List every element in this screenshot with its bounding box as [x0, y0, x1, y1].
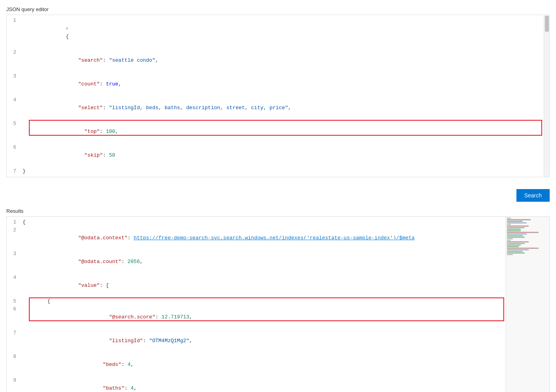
result-line-9: 9 "baths": 4, [7, 377, 506, 392]
query-editor-main[interactable]: 1 ∨ { 2 "search": "seattle condo", [7, 15, 544, 177]
query-line-6: 6 "skip": 50 [7, 144, 544, 167]
results-code-block: 1 { 2 "@odata.context": https://free-dem… [7, 217, 506, 392]
result-line-5: 5 { [7, 297, 506, 305]
editor-label: JSON query editor [0, 4, 556, 15]
query-line-3: 3 "count": true, [7, 72, 544, 96]
results-editor: 1 { 2 "@odata.context": https://free-dem… [7, 217, 549, 392]
collapse-arrow[interactable]: ∨ [66, 27, 68, 31]
page-container: JSON query editor 1 ∨ { 2 [0, 0, 556, 392]
result-line-4: 4 "value": [ [7, 274, 506, 297]
result-line-8: 8 "beds": 4, [7, 353, 506, 377]
scrollbar-thumb[interactable] [545, 16, 549, 32]
results-main[interactable]: 1 { 2 "@odata.context": https://free-dem… [7, 217, 506, 392]
result-line-2: 2 "@odata.context": https://free-demo-se… [7, 226, 506, 250]
results-panel: 1 { 2 "@odata.context": https://free-dem… [6, 216, 550, 392]
search-button-row: Search [0, 185, 556, 206]
query-line-1: 1 ∨ { [7, 17, 544, 49]
minimap-lines [506, 217, 549, 256]
query-line-2: 2 "search": "seattle condo", [7, 49, 544, 72]
highlighted-lines-container: 5 "top": 100, 6 "skip": 50 [7, 120, 544, 167]
results-label: Results [0, 206, 556, 216]
spacer-1 [0, 177, 556, 185]
search-button[interactable]: Search [516, 189, 550, 202]
query-editor-scrollbar[interactable] [544, 15, 549, 177]
results-minimap [506, 217, 549, 392]
query-line-7: 7 } [7, 167, 544, 175]
result-line-1: 1 { [7, 218, 506, 226]
result-highlight-container: 5 { 6 "@search.score": 12.719713, [7, 297, 506, 353]
query-code-block: 1 ∨ { 2 "search": "seattle condo", [7, 15, 544, 177]
result-line-3: 3 "@odata.count": 2056, [7, 250, 506, 274]
query-editor-panel: 1 ∨ { 2 "search": "seattle condo", [6, 15, 550, 177]
query-line-4: 4 "select": "listingId, beds, baths, des… [7, 96, 544, 120]
result-line-6: 6 "@search.score": 12.719713, [7, 305, 506, 329]
result-line-7: 7 "listingId": "OTM4MzQ1Mg2", [7, 329, 506, 353]
query-line-5: 5 "top": 100, [7, 120, 544, 144]
